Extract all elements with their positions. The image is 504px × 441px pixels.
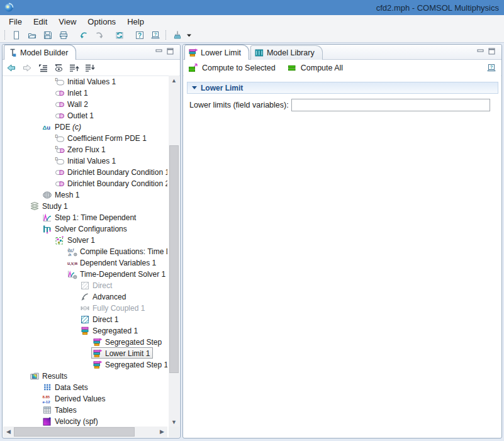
settings-help-button[interactable]: ?: [485, 62, 498, 74]
move-down-icon: [84, 63, 96, 73]
tab-lower-limit[interactable]: Lower Limit: [184, 45, 249, 60]
tree-item-results[interactable]: Results: [3, 370, 167, 381]
tree-item-solver-configurations[interactable]: Solver Configurations: [3, 223, 167, 234]
fully-coupled-icon: [80, 303, 90, 313]
menu-file[interactable]: File: [3, 16, 28, 28]
window-title: cfd2.mph - COMSOL Multiphysics: [376, 3, 500, 13]
tree-horizontal-scrollbar[interactable]: ◀ ▶: [3, 427, 167, 437]
tree-item-segregated-1[interactable]: Segregated 1: [3, 325, 167, 336]
svg-text:∂t: ∂t: [69, 252, 72, 257]
tree-item-segregated-step-1[interactable]: Segregated Step 1: [3, 359, 167, 370]
svg-text:?: ?: [490, 64, 493, 70]
menu-options[interactable]: Options: [82, 16, 121, 28]
menu-edit[interactable]: Edit: [28, 16, 53, 28]
tree-vertical-scrollbar[interactable]: ▲ ▼: [169, 75, 179, 427]
forward-button[interactable]: [20, 62, 34, 74]
tree-item-label: Mesh 1: [55, 191, 79, 199]
tree-item-direct[interactable]: Direct: [3, 279, 167, 291]
maximize-view-button[interactable]: [167, 48, 174, 55]
open-file-button[interactable]: [24, 28, 40, 42]
mesh-icon: [42, 190, 52, 200]
model-tree: DInitial Values 1Inlet 1Wall 2Outlet 1Δu…: [3, 75, 167, 427]
tree-item-time-dependent-solver-1[interactable]: Time-Dependent Solver 1: [3, 268, 167, 279]
undo-icon: [79, 30, 89, 40]
tree-item-label: Compile Equations: Time D: [80, 247, 167, 256]
menu-view[interactable]: View: [53, 16, 82, 28]
tree-item-initial-values-1[interactable]: DInitial Values 1: [3, 155, 167, 166]
tree-item-inlet-1[interactable]: Inlet 1: [3, 87, 167, 98]
new-file-button[interactable]: [8, 28, 24, 42]
minimize-view-button[interactable]: [155, 48, 163, 55]
tree-item-data-sets[interactable]: Data Sets: [3, 381, 167, 393]
tab-model-library[interactable]: Model Library: [250, 45, 323, 60]
redo-button[interactable]: [91, 28, 107, 42]
svg-text:e-12: e-12: [43, 400, 51, 404]
tree-item-label: Results: [42, 372, 67, 381]
scroll-left-arrow[interactable]: ◀: [3, 427, 14, 437]
back-button[interactable]: [4, 62, 18, 74]
tree-item-label: Zero Flux 1: [67, 145, 106, 154]
refresh-icon: [115, 30, 125, 40]
tree-item-pde[interactable]: ΔuPDE (c): [3, 121, 167, 132]
tree-item-tables[interactable]: Tables: [3, 404, 167, 415]
tree-item-wall-2[interactable]: Wall 2: [3, 98, 167, 109]
tree-item-coefficient-form-pde-1[interactable]: DCoefficient Form PDE 1: [3, 132, 167, 143]
tree-item-initial-values-1[interactable]: DInitial Values 1: [3, 75, 167, 87]
tree-item-dependent-variables-1[interactable]: u,v,wDependent Variables 1: [3, 257, 167, 268]
dependent-variables-icon: u,v,w: [67, 258, 77, 268]
tree-item-direct-1[interactable]: Direct 1: [3, 313, 167, 325]
documentation-button[interactable]: ?: [147, 28, 163, 42]
undo-button[interactable]: [76, 28, 91, 42]
tree-item-zero-flux-1[interactable]: DZero Flux 1: [3, 143, 167, 155]
tree-item-study-1[interactable]: Study 1: [3, 200, 167, 211]
tree-item-dirichlet-boundary-condition-2[interactable]: Dirichlet Boundary Condition 2: [3, 177, 167, 189]
update-solution-button[interactable]: [111, 28, 127, 42]
minimize-view-button[interactable]: [477, 48, 484, 55]
compute-all-button[interactable]: Compute All: [285, 62, 345, 74]
tree-item-fully-coupled-1[interactable]: Fully Coupled 1: [3, 302, 167, 313]
clear-button[interactable]: [169, 28, 185, 42]
tree-item-compile-equations-time-d[interactable]: ∂u:f∂tCompile Equations: Time D: [3, 245, 167, 257]
pde-icon: Δu: [42, 122, 52, 132]
scroll-right-arrow[interactable]: ▶: [157, 427, 167, 437]
collapse-all-button[interactable]: [36, 62, 50, 74]
tree-item-dirichlet-boundary-condition-1[interactable]: Dirichlet Boundary Condition 1: [3, 166, 167, 177]
lower-limits-label: Lower limits (field variables):: [189, 101, 289, 109]
scroll-down-arrow[interactable]: ▼: [169, 417, 179, 427]
section-lower-limit[interactable]: Lower Limit: [187, 82, 498, 94]
help-button[interactable]: ?: [132, 28, 147, 42]
tree-item-step-1-time-dependent[interactable]: Step 1: Time Dependent: [3, 211, 167, 223]
tree-item-velocity-spf[interactable]: *Velocity (spf): [3, 415, 167, 427]
scroll-up-arrow[interactable]: ▲: [169, 75, 179, 86]
compute-to-selected-button[interactable]: Compute to Selected: [186, 62, 277, 74]
advanced-icon: [80, 292, 90, 302]
tab-model-builder[interactable]: Model Builder: [4, 45, 76, 60]
clear-dropdown-button[interactable]: [185, 28, 193, 42]
horizontal-scroll-thumb[interactable]: [14, 427, 135, 437]
maximize-view-button[interactable]: [488, 48, 496, 55]
tree-item-derived-values[interactable]: 8.85e-12Derived Values: [3, 393, 167, 404]
menu-help[interactable]: Help: [121, 16, 150, 28]
vertical-scroll-thumb[interactable]: [169, 145, 179, 373]
save-button[interactable]: [40, 28, 55, 42]
print-button[interactable]: [55, 28, 71, 42]
comsol-logo-icon: [4, 3, 14, 13]
show-button[interactable]: [52, 62, 65, 74]
tree-item-lower-limit-1[interactable]: Lower Limit 1: [3, 347, 167, 359]
tree-item-mesh-1[interactable]: Mesh 1: [3, 189, 167, 200]
study-icon: [30, 201, 40, 211]
tree-item-segregated-step[interactable]: Segregated Step: [3, 336, 167, 347]
tree-item-advanced[interactable]: Advanced: [3, 291, 167, 302]
tree-item-label: Dependent Variables 1: [80, 259, 156, 267]
tree-item-outlet-1[interactable]: Outlet 1: [3, 109, 167, 121]
workspace: Model Builder DInitial Values 1Inlet 1Wa…: [0, 43, 504, 441]
svg-text:*: *: [49, 416, 52, 421]
move-up-button[interactable]: [67, 62, 81, 74]
lower-limits-input[interactable]: [291, 99, 490, 111]
doc-help-icon: ?: [150, 30, 160, 40]
move-up-icon: [69, 63, 80, 73]
button-label: Compute All: [301, 64, 343, 72]
move-down-button[interactable]: [83, 62, 97, 74]
compute-to-selected-icon: [188, 63, 198, 73]
tree-item-solver-1[interactable]: *Solver 1: [3, 234, 167, 245]
